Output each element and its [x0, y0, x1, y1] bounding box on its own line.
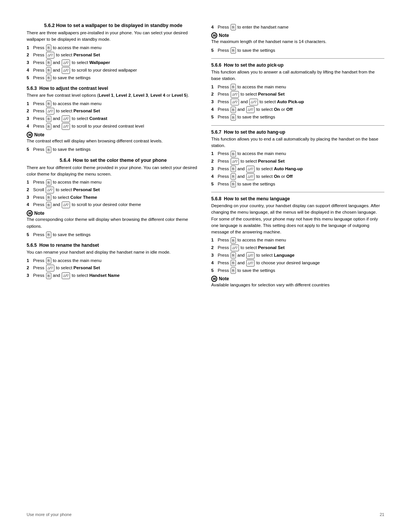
step-item: 3 Press ⎘ and △/▽ to select Wallpaper: [27, 59, 200, 66]
menu-key-icon: ⎘: [231, 47, 236, 54]
section-562-intro: There are three wallpapers pre-installed…: [27, 30, 200, 43]
col-left: 5.6.2 How to set a wallpaper to be displ…: [27, 23, 200, 293]
menu-key-icon: ⎘: [46, 45, 51, 51]
step-item: 3 Press △/▽ and △/▽ to select Auto Pick-…: [211, 99, 384, 105]
step-item: 3 Press ⎘ and △/▽ to select Language: [211, 252, 384, 259]
section-565-title: 5.6.5 How to rename the handset: [27, 243, 200, 248]
step-item: 4 Press ⎘ and △/▽ to choose your desired…: [211, 260, 384, 267]
menu-key-icon: ⎘: [231, 252, 236, 259]
menu-key-icon: ⎘: [46, 116, 51, 122]
step-item: 4 Press ⎘ and △/▽ to select On or Off: [211, 173, 384, 180]
footer-right: 21: [380, 512, 384, 517]
section-564-title: 5.6.4 How to set the color theme of your…: [27, 158, 200, 163]
step-item: 2 Press △/▽ to select Personal Set: [27, 265, 200, 272]
step-item: 1 Press ⎘ to access the main menu: [211, 237, 384, 243]
section-562-steps: 1 Press ⎘ to access the main menu 2 Pres…: [27, 45, 200, 81]
step-item: 5 Press ⎘ to save the settings: [211, 114, 384, 120]
step-item: 5 Press ⎘ to save the settings: [211, 267, 384, 274]
section-564-intro: There are four different color theme pro…: [27, 165, 200, 178]
nav-key-icon: △/▽: [62, 67, 70, 74]
step-item: 2 Press △/▽ to select Personal Set: [211, 158, 384, 165]
section-568-steps: 1 Press ⎘ to access the main menu 2 Pres…: [211, 237, 384, 274]
step-item: 2 Press △/▽ to select Personal Set: [27, 108, 200, 115]
step-item: 4 Press ⎘ and △/▽ to select On or Off: [211, 106, 384, 113]
menu-key-icon: ⎘: [46, 59, 51, 66]
step-item: 3 Press ⎘ to select Color Theme: [27, 194, 200, 201]
step-item: 4 Press ⎘ and △/▽ to scroll to your desi…: [27, 67, 200, 74]
menu-key-icon: ⎘: [231, 107, 236, 113]
section-divider: [211, 192, 384, 192]
section-566-intro: This function allows you to answer a cal…: [211, 69, 384, 82]
section-564-steps: 1 Press ⎘ to access the main menu 2 Scro…: [27, 179, 200, 208]
nav-key-icon: △/▽: [231, 158, 239, 165]
nav-key-icon: △/▽: [246, 260, 255, 267]
step-item: 5 Press ⎘ to save the settings: [27, 146, 200, 153]
menu-key-icon: ⎘: [231, 114, 236, 121]
nav-key-icon: △/▽: [249, 99, 258, 105]
nav-key-icon: △/▽: [231, 99, 239, 105]
section-568-title: 5.6.8 How to set the menu language: [211, 196, 384, 201]
nav-key-icon: △/▽: [231, 91, 239, 98]
section-568: 5.6.8 How to set the menu language Depen…: [211, 196, 384, 288]
step-item: 1 Press ⎘ to access the main menu: [27, 101, 200, 107]
step-item: 1 Press ⎘ to access the main menu: [27, 45, 200, 51]
menu-key-icon: ⎘: [231, 181, 236, 187]
section-565-cont: 4 Press ⎘ to enter the handset name ✉ No…: [211, 24, 384, 54]
menu-key-icon: ⎘: [46, 194, 51, 201]
section-divider: [211, 58, 384, 59]
step-item: 2 Press △/▽ to select Personal Set: [27, 52, 200, 59]
nav-key-icon: △/▽: [46, 187, 54, 193]
step-item: 2 Press △/▽ to select Personal Set: [211, 244, 384, 251]
menu-key-icon: ⎘: [231, 84, 236, 90]
menu-key-icon: ⎘: [46, 232, 51, 238]
menu-key-icon: ⎘: [231, 151, 236, 157]
note-box-563: ✉ Note The contrast effect will display …: [27, 132, 200, 144]
section-564-steps2: 5 Press ⎘ to save the settings: [27, 232, 200, 238]
menu-key-icon: ⎘: [46, 202, 51, 208]
step-item: 1 Press ⎘ to access the main menu: [211, 84, 384, 90]
step-item: 5 Press ⎘ to save the settings: [27, 75, 200, 81]
section-568-intro: Depending on your country, your handset …: [211, 203, 384, 235]
step-item: 1 Press ⎘ to access the main menu: [27, 257, 200, 264]
step-item: 5 Press ⎘ to save the settings: [211, 181, 384, 187]
nav-key-icon: △/▽: [246, 106, 255, 113]
note-icon: ✉: [211, 32, 217, 38]
menu-key-icon: ⎘: [231, 173, 236, 180]
nav-key-icon: △/▽: [62, 59, 70, 66]
step-item: 5 Press ⎘ to save the settings: [211, 47, 384, 54]
note-icon: ✉: [27, 132, 33, 138]
menu-key-icon: ⎘: [231, 237, 236, 244]
section-567-steps: 1 Press ⎘ to access the main menu 2 Pres…: [211, 150, 384, 187]
nav-key-icon: △/▽: [62, 115, 70, 122]
section-565-intro: You can rename your handset and display …: [27, 249, 200, 256]
page-footer: Use more of your phone 21: [27, 512, 384, 517]
note-box-565: ✉ Note The maximum length of the handset…: [211, 32, 384, 45]
section-563-steps: 1 Press ⎘ to access the main menu 2 Pres…: [27, 101, 200, 130]
nav-key-icon: △/▽: [231, 244, 239, 251]
nav-key-icon: △/▽: [62, 201, 70, 208]
menu-key-icon: ⎘: [231, 260, 236, 266]
section-565-steps: 1 Press ⎘ to access the main menu 2 Pres…: [27, 257, 200, 279]
nav-key-icon: △/▽: [246, 166, 255, 173]
note-box-564: ✉ Note The corresponding color theme wil…: [27, 210, 200, 230]
step-item: 2 Scroll △/▽ to select Personal Set: [27, 187, 200, 193]
menu-key-icon: ⎘: [46, 179, 51, 186]
section-563-steps2: 5 Press ⎘ to save the settings: [27, 146, 200, 153]
nav-key-icon: △/▽: [46, 108, 54, 115]
menu-key-icon: ⎘: [46, 123, 51, 130]
section-562-title: 5.6.2 How to set a wallpaper to be displ…: [27, 23, 200, 28]
section-566-title: 5.6.6 How to set the auto pick-up: [211, 62, 384, 68]
note-icon: ✉: [211, 276, 217, 282]
section-567-intro: This function allows you to end a call a…: [211, 136, 384, 149]
section-563: 5.6.3 How to adjust the contrast level T…: [27, 86, 200, 153]
menu-key-icon: ⎘: [231, 24, 236, 30]
section-563-title: 5.6.3 How to adjust the contrast level: [27, 86, 200, 91]
menu-key-icon: ⎘: [231, 166, 236, 172]
menu-key-icon: ⎘: [46, 67, 51, 73]
step-item: 3 Press ⎘ and △/▽ to select Handset Name: [27, 272, 200, 279]
nav-key-icon: △/▽: [62, 272, 70, 279]
step-item: 4 Press ⎘ and △/▽ to scroll to your desi…: [27, 123, 200, 130]
step-item: 2 Press △/▽ to select Personal Set: [211, 91, 384, 98]
step-item: 1 Press ⎘ to access the main menu: [27, 179, 200, 185]
section-divider: [211, 125, 384, 126]
